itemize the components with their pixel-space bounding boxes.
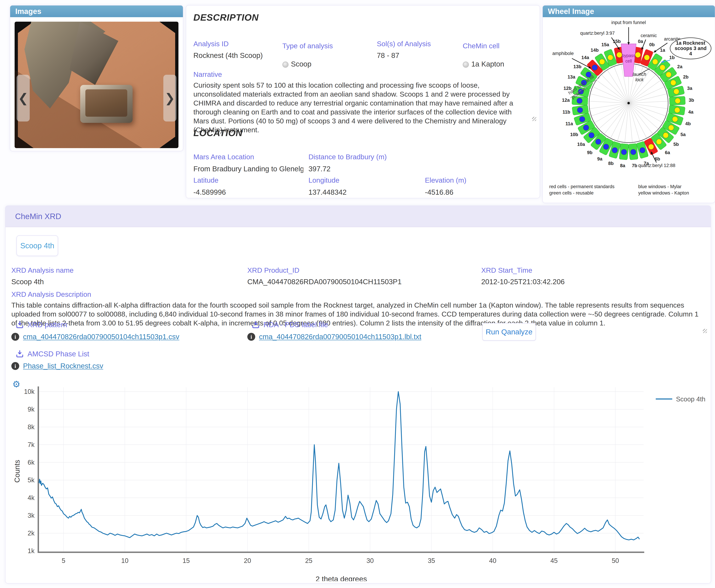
rover-scoop-art <box>80 85 133 123</box>
wheel-legend-left: red cells - permanent standards green ce… <box>549 184 614 196</box>
svg-text:9b: 9b <box>587 150 592 155</box>
svg-text:5a: 5a <box>680 132 686 137</box>
xrd-pattern-label[interactable]: XRD pattern <box>27 321 67 329</box>
xrd-chart-svg[interactable]: 1k2k3k4k5k6k7k8k9k10k5101520253035404550… <box>10 382 711 581</box>
xrd-analysis-description-text[interactable]: This table contains diffraction-all K-al… <box>11 301 703 328</box>
wheel-image-panel: Wheel Image 0a0b1a1b2a2b3a3b4a4b5a5b6a6b… <box>542 5 715 203</box>
xrd-product-id-value: CMA_404470826RDA00790050104CH11503P1 <box>247 278 402 286</box>
svg-text:2k: 2k <box>28 530 35 537</box>
svg-text:6k: 6k <box>28 459 35 466</box>
svg-text:45: 45 <box>550 557 558 564</box>
wheel-note-rocknest-callout: 1a Rocknest scoops 3 and 4 <box>670 38 711 59</box>
narrative-text[interactable]: Curiosity spent sols 57 to 100 at this l… <box>193 81 528 134</box>
wheel-note-quartz-beryl-bottom: quartz:beryl 12:88 <box>638 163 675 168</box>
svg-text:1k: 1k <box>28 547 35 554</box>
svg-text:2b: 2b <box>683 75 689 80</box>
distance-field: Distance to Bradbury (m) 397.72 <box>308 153 387 173</box>
wheel-legend-yellow: yellow windows - Kapton <box>638 190 689 196</box>
longitude-label: Longitude <box>308 176 347 184</box>
svg-text:15a: 15a <box>601 42 609 47</box>
narrative-label: Narrative <box>193 70 222 79</box>
wheel-diagram: 0a0b1a1b2a2b3a3b4a4b5a5b6a6b7a7b8a8b9a9b… <box>543 17 714 203</box>
svg-text:5k: 5k <box>28 477 35 484</box>
svg-text:12a: 12a <box>562 98 570 103</box>
svg-text:1b: 1b <box>669 55 675 60</box>
mars-area-field: Mars Area Location From Bradbury Landing… <box>193 153 307 173</box>
type-of-analysis-field: Type of analysis Scoop <box>282 42 333 68</box>
svg-text:bypass: bypass <box>622 53 635 58</box>
wheel-panel-header: Wheel Image <box>543 5 715 17</box>
scoop-sand-art <box>85 89 127 117</box>
type-of-analysis-radio[interactable] <box>282 62 288 68</box>
type-of-analysis-value: Scoop <box>291 60 311 68</box>
wheel-note-amphibole: amphibole <box>552 51 574 56</box>
svg-text:7k: 7k <box>28 441 35 448</box>
tab-scoop-4th[interactable]: Scoop 4th <box>17 235 58 256</box>
elevation-field: Elevation (m) -4516.86 <box>425 176 467 196</box>
mars-area-label: Mars Area Location <box>193 153 307 161</box>
chemin-xrd-title: CheMin XRD <box>15 212 61 221</box>
xrd-chart[interactable]: 1k2k3k4k5k6k7k8k9k10k5101520253035404550… <box>10 382 711 581</box>
svg-text:4a: 4a <box>688 109 694 114</box>
narrative-resize-grip[interactable] <box>532 117 536 121</box>
sols-field: Sol(s) of Analysis 78 - 87 <box>377 40 431 60</box>
chemin-cell-radio[interactable] <box>463 62 469 68</box>
xrd-analysis-description-label: XRD Analysis Description <box>11 290 91 298</box>
svg-text:14a: 14a <box>581 55 589 60</box>
svg-text:40: 40 <box>489 557 496 564</box>
xrd-pattern-download[interactable]: XRD pattern <box>16 321 67 329</box>
latitude-label: Latitude <box>193 176 226 184</box>
rda-file-link[interactable]: cma_404470826rda00790050104ch11503p1.lbl… <box>259 333 421 341</box>
type-of-analysis-label: Type of analysis <box>282 42 333 50</box>
amcsd-download[interactable]: AMCSD Phase List <box>16 350 89 358</box>
rda-label[interactable]: RDA - PDS label file <box>263 321 328 329</box>
download-icon <box>16 350 24 358</box>
description-title: DESCRIPTION <box>193 12 259 23</box>
run-qanalyze-button[interactable]: Run Qanalyze <box>482 323 536 340</box>
analysis-id-label: Analysis ID <box>193 40 263 48</box>
svg-text:2a: 2a <box>677 64 682 69</box>
svg-text:1a: 1a <box>660 48 665 53</box>
analysis-id-value: Rocknest (4th Scoop) <box>193 51 263 60</box>
svg-text:35: 35 <box>428 557 435 564</box>
info-icon[interactable]: i <box>11 333 19 341</box>
images-panel-title: Images <box>15 7 41 16</box>
images-panel: Images ❮ ❯ <box>10 5 183 151</box>
amcsd-file-link[interactable]: Phase_list_Rocknest.csv <box>23 362 103 370</box>
svg-text:cell: cell <box>625 59 632 63</box>
svg-text:7b: 7b <box>632 163 637 168</box>
svg-text:11b: 11b <box>562 109 570 114</box>
wheel-panel-title: Wheel Image <box>548 7 594 16</box>
location-title: LOCATION <box>193 127 242 138</box>
description-resize-grip[interactable] <box>703 329 707 333</box>
svg-text:0b: 0b <box>649 42 655 47</box>
amcsd-label[interactable]: AMCSD Phase List <box>27 350 89 358</box>
elevation-label: Elevation (m) <box>425 176 467 184</box>
svg-text:10b: 10b <box>570 132 578 137</box>
svg-text:50: 50 <box>612 557 619 564</box>
svg-text:3k: 3k <box>28 512 35 519</box>
info-icon[interactable]: i <box>11 362 19 370</box>
xrd-analysis-name-label: XRD Analysis name <box>11 266 73 274</box>
svg-text:4k: 4k <box>28 494 35 501</box>
mars-photo: ❮ ❯ <box>15 22 178 148</box>
rda-download[interactable]: RDA - PDS label file <box>252 321 328 329</box>
svg-text:10k: 10k <box>24 388 35 395</box>
wheel-note-input-from-funnel: input from funnel <box>543 20 714 25</box>
svg-text:8k: 8k <box>28 423 35 430</box>
wheel-legend-green: green cells - reusable <box>549 190 614 196</box>
svg-text:10a: 10a <box>577 142 585 147</box>
chemin-cell-field: CheMin cell 1a Kapton <box>463 42 504 68</box>
xrd-pattern-file-link[interactable]: cma_404470826rda00790050104ch11503p1.csv <box>23 333 179 341</box>
svg-text:9k: 9k <box>28 406 35 413</box>
svg-text:6a: 6a <box>665 150 670 155</box>
svg-text:30: 30 <box>367 557 374 564</box>
info-icon[interactable]: i <box>247 333 255 341</box>
carousel-prev-button[interactable]: ❮ <box>17 75 30 122</box>
sols-value: 78 - 87 <box>377 51 431 60</box>
wheel-legend-red: red cells - permanent standards <box>549 184 614 190</box>
svg-text:13b: 13b <box>573 64 582 69</box>
carousel-next-button[interactable]: ❯ <box>163 75 176 122</box>
rda-file-row: i cma_404470826rda00790050104ch11503p1.l… <box>247 333 421 341</box>
wheel-legend-blue: blue windows - Mylar <box>638 184 689 190</box>
